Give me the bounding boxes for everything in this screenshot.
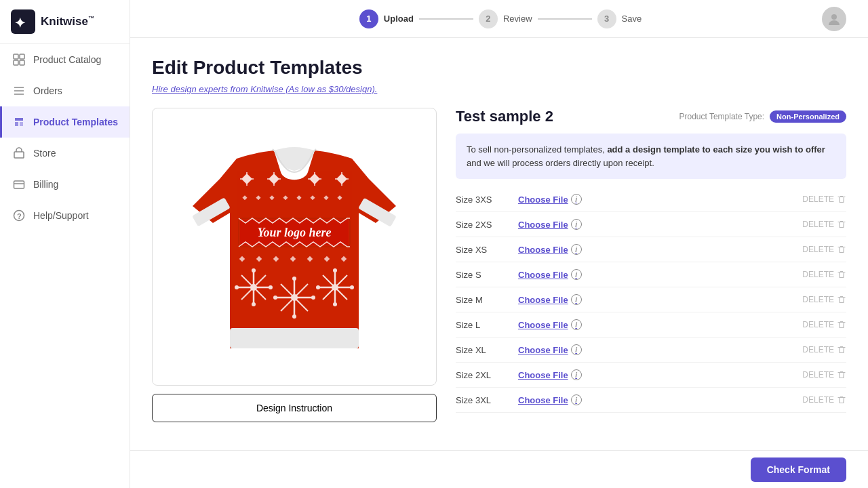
choose-file-link-3xs[interactable]: Choose File i	[518, 194, 794, 205]
info-icon-s[interactable]: i	[571, 269, 582, 280]
step-3-circle: 3	[597, 9, 616, 28]
step-3-label: Save	[622, 14, 642, 24]
page-title: Edit Product Templates	[152, 57, 846, 79]
info-icon-3xl[interactable]: i	[571, 394, 582, 405]
template-icon	[13, 116, 25, 128]
product-name: Test sample 2	[456, 108, 553, 125]
choose-file-text-l: Choose File	[518, 320, 568, 330]
product-type-row: Product Template Type: Non-Personalized	[679, 110, 846, 123]
choose-file-link-l[interactable]: Choose File i	[518, 319, 794, 330]
nav-item-store[interactable]: Store	[0, 138, 130, 169]
logo-text: Knitwise™	[41, 15, 94, 28]
svg-point-39	[252, 302, 256, 306]
size-label-3xl: Size 3XL	[456, 395, 510, 405]
info-icon-3xs[interactable]: i	[571, 194, 582, 205]
check-format-button[interactable]: Check Format	[751, 458, 846, 482]
size-row-l: Size L Choose File i DELETE	[456, 312, 846, 338]
delete-btn-2xs[interactable]: DELETE	[802, 220, 846, 229]
choose-file-link-xs[interactable]: Choose File i	[518, 244, 794, 255]
step-3: 3 Save	[597, 9, 642, 28]
design-instruction-button[interactable]: Design Instruction	[152, 394, 437, 422]
delete-label-2xl: DELETE	[802, 370, 834, 380]
info-icon-2xl[interactable]: i	[571, 369, 582, 380]
delete-btn-xl[interactable]: DELETE	[802, 345, 846, 354]
trash-icon-s	[837, 270, 846, 279]
trash-icon-2xs	[837, 220, 846, 229]
step-1-circle: 1	[359, 9, 378, 28]
bottom-bar: Check Format	[130, 450, 868, 488]
size-label-s: Size S	[456, 270, 510, 280]
delete-btn-xs[interactable]: DELETE	[802, 245, 846, 254]
size-row-2xl: Size 2XL Choose File i DELETE	[456, 363, 846, 388]
choose-file-text-3xs: Choose File	[518, 195, 568, 205]
choose-file-link-3xl[interactable]: Choose File i	[518, 394, 794, 405]
choose-file-link-s[interactable]: Choose File i	[518, 269, 794, 280]
choose-file-text-m: Choose File	[518, 295, 568, 305]
size-label-l: Size L	[456, 320, 510, 330]
svg-rect-15	[230, 328, 359, 348]
size-label-2xs: Size 2XS	[456, 220, 510, 230]
delete-btn-2xl[interactable]: DELETE	[802, 370, 846, 380]
nav-item-help[interactable]: ? Help/Support	[0, 200, 130, 231]
choose-file-text-2xl: Choose File	[518, 370, 568, 380]
hire-link[interactable]: Hire design experts from Knitwise (As lo…	[152, 84, 377, 94]
info-box: To sell non-personalized templates, add …	[456, 134, 846, 179]
main-content: 1 Upload 2 Review 3 Save Edit Product Te…	[130, 0, 868, 488]
nav-item-product-catalog[interactable]: Product Catalog	[0, 44, 130, 75]
logo-area: ✦ Knitwise™	[0, 0, 130, 44]
svg-rect-9	[14, 152, 24, 158]
trash-icon-xl	[837, 345, 846, 354]
step-line-2	[538, 18, 592, 20]
nav-item-orders[interactable]: Orders	[0, 75, 130, 106]
info-icon-xs[interactable]: i	[571, 244, 582, 255]
size-row-xl: Size XL Choose File i DELETE	[456, 338, 846, 363]
content-grid: Your logo here	[152, 108, 846, 422]
store-icon	[13, 147, 25, 159]
nav-label-store: Store	[33, 148, 56, 159]
sizes-table: Size 3XS Choose File i DELETE Size 2XS C…	[456, 187, 846, 413]
nav-label-help: Help/Support	[33, 210, 89, 221]
info-icon-2xs[interactable]: i	[571, 219, 582, 230]
avatar[interactable]	[822, 7, 846, 31]
choose-file-link-2xl[interactable]: Choose File i	[518, 369, 794, 380]
step-2-label: Review	[503, 14, 532, 24]
sidebar: ✦ Knitwise™ Product Catalog Orders Produ…	[0, 0, 130, 488]
svg-point-37	[250, 284, 257, 291]
size-row-3xs: Size 3XS Choose File i DELETE	[456, 187, 846, 212]
svg-point-50	[311, 296, 315, 300]
nav-item-product-templates[interactable]: Product Templates	[0, 106, 130, 138]
product-type-label: Product Template Type:	[679, 112, 764, 121]
svg-point-46	[291, 294, 298, 301]
info-icon-m[interactable]: i	[571, 294, 582, 305]
delete-btn-3xs[interactable]: DELETE	[802, 195, 846, 204]
product-image-panel: Your logo here	[152, 108, 437, 422]
svg-point-40	[235, 285, 239, 289]
size-row-m: Size M Choose File i DELETE	[456, 287, 846, 312]
svg-point-38	[252, 268, 256, 272]
sweater-image: Your logo here	[179, 118, 410, 375]
delete-label-xs: DELETE	[802, 245, 834, 254]
delete-btn-m[interactable]: DELETE	[802, 295, 846, 304]
product-image-box: Your logo here	[152, 108, 437, 386]
trash-icon-2xl	[837, 370, 846, 380]
choose-file-link-2xs[interactable]: Choose File i	[518, 219, 794, 230]
product-type-badge: Non-Personalized	[770, 110, 846, 123]
svg-point-41	[269, 285, 273, 289]
delete-btn-3xl[interactable]: DELETE	[802, 395, 846, 405]
size-label-xl: Size XL	[456, 345, 510, 355]
delete-label-s: DELETE	[802, 270, 834, 279]
info-icon-xl[interactable]: i	[571, 344, 582, 355]
delete-btn-l[interactable]: DELETE	[802, 320, 846, 329]
info-text-bold: add a design template to each size you w…	[605, 144, 825, 155]
delete-btn-s[interactable]: DELETE	[802, 270, 846, 279]
choose-file-link-m[interactable]: Choose File i	[518, 294, 794, 305]
steps-container: 1 Upload 2 Review 3 Save	[179, 9, 822, 28]
info-icon-l[interactable]: i	[571, 319, 582, 330]
choose-file-link-xl[interactable]: Choose File i	[518, 344, 794, 355]
step-2-circle: 2	[479, 9, 498, 28]
svg-point-59	[350, 285, 354, 289]
svg-point-58	[316, 285, 320, 289]
nav-item-billing[interactable]: Billing	[0, 169, 130, 200]
step-2: 2 Review	[479, 9, 532, 28]
size-label-xs: Size XS	[456, 245, 510, 255]
